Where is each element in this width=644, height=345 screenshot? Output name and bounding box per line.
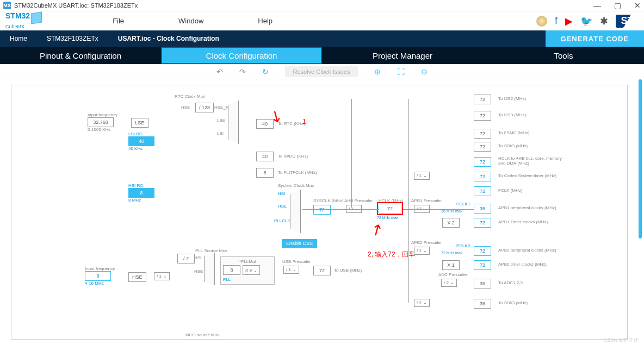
clock-diagram[interactable]: ↘ 1 ↗ 2, 输入72，回车 Input frequency 32.768 … bbox=[11, 85, 628, 340]
out-sdio1-lbl: To SDIO (MHz) bbox=[498, 143, 528, 148]
menu-help[interactable]: Help bbox=[258, 17, 273, 25]
generate-code-button[interactable]: GENERATE CODE bbox=[546, 30, 644, 47]
logo-line1: STM32 bbox=[5, 11, 30, 20]
bc-page[interactable]: USART.ioc - Clock Configuration bbox=[108, 30, 229, 47]
bc-chip[interactable]: STM32F103ZETx bbox=[37, 30, 108, 47]
resolve-clock-button[interactable]: Resolve Clock Issues bbox=[285, 66, 357, 77]
out-apb1t-box: 72 bbox=[474, 218, 491, 228]
usb-out-label: To USB (MHz) bbox=[334, 268, 362, 273]
breadcrumb: Home STM32F103ZETx USART.ioc - Clock Con… bbox=[0, 30, 644, 47]
hse-pin-label: HSE bbox=[181, 105, 190, 110]
hse-block: HSE bbox=[128, 272, 146, 282]
apb2-prescaler-select[interactable]: / 1 bbox=[414, 247, 430, 255]
pllmul-select[interactable]: X 9 bbox=[243, 265, 260, 275]
refresh-icon[interactable]: ↻ bbox=[262, 67, 269, 76]
out-fclk-box: 72 bbox=[474, 186, 491, 196]
app-icon: MX bbox=[3, 2, 11, 9]
minimize-icon[interactable]: — bbox=[593, 1, 601, 10]
scrollbar-vertical[interactable] bbox=[639, 79, 642, 239]
apb1-label: APB1 Prescaler bbox=[411, 198, 442, 203]
out-i2s3-lbl: To I2S3 (MHz) bbox=[498, 112, 526, 117]
annotation-arrow-2: ↗ bbox=[367, 219, 386, 241]
out-i2s2-box: 72 bbox=[474, 95, 491, 104]
out-apb2p-lbl: APB2 peripheral clocks (MHz) bbox=[498, 248, 556, 253]
sysmux-hsi: HSI bbox=[278, 191, 285, 196]
usb-prescaler-select[interactable]: / 1 bbox=[283, 266, 299, 274]
out-sdio2-lbl: To SDIO (MHz) bbox=[498, 300, 528, 305]
lse-freq-box[interactable]: 32.768 bbox=[88, 117, 114, 127]
tab-tools[interactable]: Tools bbox=[483, 47, 644, 64]
flitf-box: 8 bbox=[256, 168, 274, 178]
close-icon[interactable]: ✕ bbox=[634, 1, 641, 10]
window-controls: — ▢ ✕ bbox=[593, 1, 641, 10]
zoom-out-icon[interactable]: ⊖ bbox=[421, 67, 428, 76]
zoom-in-icon[interactable]: ⊕ bbox=[374, 67, 381, 76]
enable-css-button[interactable]: Enable CSS bbox=[282, 239, 317, 248]
twitter-icon[interactable]: 🐦 bbox=[580, 15, 592, 27]
system-clock-mux[interactable] bbox=[290, 190, 301, 233]
watermark: CSDN @匠正作 bbox=[604, 337, 639, 344]
pll-src-mux[interactable] bbox=[204, 253, 215, 285]
sysclk-label: SYSCLK (MHz) bbox=[313, 198, 344, 203]
sdio-div-select[interactable]: / 2 bbox=[414, 299, 430, 307]
main-tabs: Pinout & Configuration Clock Configurati… bbox=[0, 47, 644, 64]
apb2-label: APB2 Prescaler bbox=[411, 240, 442, 245]
hclk-label: HCLK (MHz) bbox=[379, 198, 403, 203]
hclk-box[interactable]: 72 bbox=[379, 204, 401, 214]
pll-hse-pin: HSE bbox=[194, 269, 203, 274]
out-fsmc-box: 72 bbox=[474, 129, 491, 139]
usb-pre-label: USB Prescaler bbox=[282, 259, 311, 264]
tab-pinout[interactable]: Pinout & Configuration bbox=[0, 47, 161, 64]
hse-freq-box[interactable]: 8 bbox=[85, 271, 111, 281]
annotation-2: 2, 输入72，回车 bbox=[368, 250, 415, 259]
pclk1-label: PCLK1 bbox=[456, 202, 470, 206]
clock-canvas-wrap: ↘ 1 ↗ 2, 输入72，回车 Input frequency 32.768 … bbox=[0, 79, 644, 345]
app-logo: STM32 CubeMX bbox=[5, 12, 42, 30]
cube-icon bbox=[31, 11, 42, 24]
rtc-mux[interactable] bbox=[228, 101, 239, 144]
fit-icon[interactable]: ⛶ bbox=[397, 67, 405, 76]
sysclk-box[interactable]: 72 bbox=[313, 205, 331, 215]
lse-block: LSE bbox=[131, 118, 148, 128]
clock-toolbar: ↶ ↷ ↻ Resolve Clock Issues ⊕ ⛶ ⊖ bbox=[0, 64, 644, 79]
pll-label: PLL bbox=[223, 277, 272, 282]
cortex-div-select[interactable]: / 1 bbox=[414, 172, 430, 180]
adc-prescaler-select[interactable]: / 2 bbox=[441, 279, 457, 287]
app-bar: STM32 CubeMX File Window Help f ▶ 🐦 ✱ ST bbox=[0, 11, 644, 30]
hsirc-box: 8 bbox=[128, 188, 154, 198]
lse-input-freq-label: Input frequency bbox=[88, 112, 117, 117]
pll-hsi-div: / 2 bbox=[177, 254, 195, 264]
tab-clock[interactable]: Clock Configuration bbox=[161, 47, 322, 64]
undo-icon[interactable]: ↶ bbox=[216, 67, 223, 76]
out-sdio1-box: 72 bbox=[474, 142, 491, 152]
pll-in-box: 8 bbox=[223, 265, 240, 275]
mco-label: MCO source Mux bbox=[185, 333, 219, 337]
logo-line2: CubeMX bbox=[5, 23, 42, 30]
st-logo-icon[interactable]: ST bbox=[616, 15, 639, 28]
out-adc-box: 36 bbox=[474, 279, 491, 288]
out-ahb-lbl: HCLK to AHB bus, core, memory and DMA (M… bbox=[498, 156, 564, 166]
community-icon[interactable]: ✱ bbox=[600, 15, 608, 27]
redo-icon[interactable]: ↷ bbox=[239, 67, 246, 76]
maximize-icon[interactable]: ▢ bbox=[614, 1, 621, 10]
bc-home[interactable]: Home bbox=[0, 30, 37, 47]
hse-div-select[interactable]: / 1 bbox=[154, 272, 170, 280]
out-adc-lbl: To ADC1,2,3 bbox=[498, 280, 523, 285]
menu-file[interactable]: File bbox=[113, 17, 124, 25]
flitf-label: To FLITFCLK (MHz) bbox=[278, 170, 317, 175]
tab-project[interactable]: Project Manager bbox=[322, 47, 483, 64]
youtube-icon[interactable]: ▶ bbox=[565, 15, 573, 27]
out-cortex-lbl: To Cortex System timer (MHz) bbox=[498, 173, 556, 178]
sysmux-pllclk: PLLCLK bbox=[274, 218, 290, 223]
menu-window[interactable]: Window bbox=[178, 17, 203, 25]
out-i2s3-box: 72 bbox=[474, 111, 491, 121]
out-apb1t-lbl: APB1 Timer clocks (MHz) bbox=[498, 219, 548, 224]
lsirc-box: 40 bbox=[128, 136, 154, 146]
lse-pin-label: LSE bbox=[217, 118, 225, 123]
out-sdio2-box: 36 bbox=[474, 299, 491, 309]
adc-pre-label: ADC Prescaler bbox=[438, 272, 467, 277]
facebook-icon[interactable]: f bbox=[555, 15, 558, 27]
hclk-bus-line bbox=[408, 99, 409, 303]
rtc-out-label: To RTC (KHz) bbox=[278, 121, 305, 126]
out-ahb-box: 72 bbox=[474, 157, 491, 167]
